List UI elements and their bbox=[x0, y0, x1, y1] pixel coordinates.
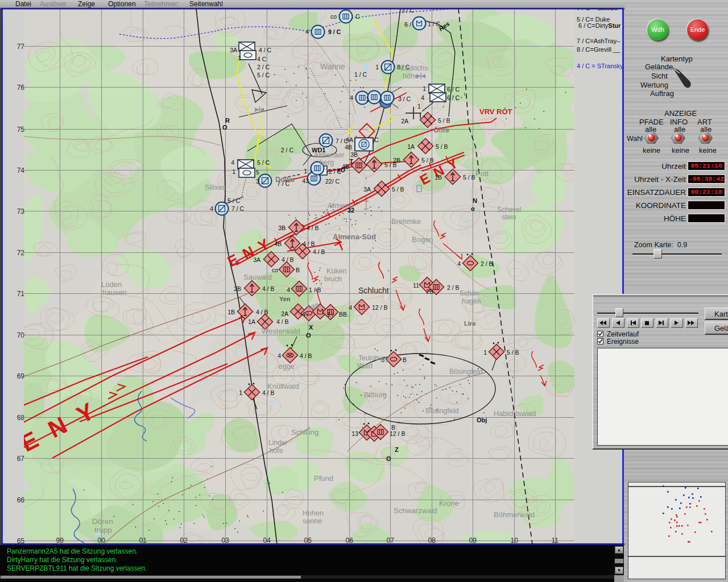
svg-text:Habichtswald: Habichtswald bbox=[494, 410, 536, 418]
svg-text:6 / C: 6 / C bbox=[447, 86, 460, 93]
svg-text:72: 72 bbox=[17, 249, 25, 257]
svg-text:5 / C: 5 / C bbox=[257, 159, 270, 166]
svg-text:05: 05 bbox=[304, 537, 312, 544]
svg-text:4 / B: 4 / B bbox=[300, 352, 312, 359]
svg-text:5: 5 bbox=[256, 169, 259, 176]
svg-text:Hohen: Hohen bbox=[303, 509, 324, 517]
svg-text:hausen: hausen bbox=[102, 288, 127, 297]
svg-text:Bogen: Bogen bbox=[412, 235, 433, 244]
svg-text:Lira: Lira bbox=[464, 320, 476, 327]
svg-text:1: 1 bbox=[483, 349, 487, 356]
svg-text:R: R bbox=[225, 117, 230, 124]
svg-text:4 / B: 4 / B bbox=[303, 240, 315, 247]
svg-text:3 / C: 3 / C bbox=[398, 95, 411, 102]
svg-text:4 / B: 4 / B bbox=[276, 318, 289, 325]
svg-text:Bitburg: Bitburg bbox=[364, 391, 387, 399]
svg-text:5 / B: 5 / B bbox=[421, 157, 434, 164]
svg-text:B: B bbox=[296, 267, 300, 273]
svg-text:5 / B: 5 / B bbox=[463, 174, 475, 181]
svg-text:Dören: Dören bbox=[92, 517, 113, 526]
svg-text:4 / B: 4 / B bbox=[256, 309, 268, 315]
svg-text:Küken: Küken bbox=[326, 267, 346, 275]
svg-text:Wald: Wald bbox=[357, 362, 373, 370]
svg-text:1A: 1A bbox=[248, 318, 255, 325]
svg-text:Krone: Krone bbox=[439, 499, 459, 508]
svg-text:Böhmerwald: Böhmerwald bbox=[494, 510, 535, 519]
svg-text:10: 10 bbox=[511, 537, 519, 544]
svg-text:T: T bbox=[350, 158, 354, 165]
svg-text:Wanne: Wanne bbox=[320, 62, 345, 71]
svg-text:4 / B: 4 / B bbox=[262, 285, 275, 292]
svg-text:co: co bbox=[330, 13, 337, 20]
svg-text:WD1: WD1 bbox=[312, 147, 325, 153]
svg-text:hofe: hofe bbox=[270, 447, 283, 455]
svg-text:5 / B: 5 / B bbox=[384, 161, 397, 168]
svg-text:66: 66 bbox=[17, 496, 25, 504]
svg-text:B: B bbox=[391, 424, 395, 431]
svg-text:Teutoburg: Teutoburg bbox=[358, 354, 388, 362]
svg-text:11: 11 bbox=[552, 537, 559, 544]
svg-text:4: 4 bbox=[421, 94, 424, 101]
svg-text:1 / C: 1 / C bbox=[354, 71, 367, 78]
svg-text:xO: xO bbox=[337, 167, 345, 173]
svg-text:1: 1 bbox=[375, 64, 379, 70]
svg-text:O: O bbox=[386, 455, 391, 462]
svg-text:3A: 3A bbox=[253, 256, 260, 263]
svg-text:1B: 1B bbox=[435, 174, 442, 181]
svg-text:1: 1 bbox=[239, 389, 242, 396]
svg-text:69: 69 bbox=[17, 372, 25, 380]
svg-text:4: 4 bbox=[210, 205, 213, 212]
svg-text:o: o bbox=[471, 205, 475, 212]
svg-text:egge: egge bbox=[279, 363, 295, 371]
svg-text:Schlucht: Schlucht bbox=[358, 286, 389, 295]
svg-text:4 C: 4 C bbox=[257, 56, 267, 63]
svg-text:Pott: Pott bbox=[475, 169, 489, 178]
svg-text:2B: 2B bbox=[234, 285, 241, 292]
svg-text:4: 4 bbox=[231, 159, 234, 166]
svg-text:2B: 2B bbox=[426, 288, 433, 295]
svg-text:6 /: 6 / bbox=[404, 21, 411, 28]
svg-text:4: 4 bbox=[287, 286, 290, 293]
svg-text:07: 07 bbox=[387, 537, 395, 544]
svg-text:1: 1 bbox=[423, 85, 426, 92]
svg-text:11: 11 bbox=[413, 282, 419, 289]
svg-text:4 / B: 4 / B bbox=[307, 225, 319, 231]
svg-text:Cedrichs: Cedrichs bbox=[400, 64, 428, 72]
svg-text:3A: 3A bbox=[363, 186, 371, 193]
svg-text:1A: 1A bbox=[407, 143, 415, 150]
svg-text:76: 76 bbox=[17, 84, 25, 92]
svg-text:99: 99 bbox=[56, 537, 64, 544]
svg-text:5 / C: 5 / C bbox=[257, 72, 270, 78]
svg-text:1: 1 bbox=[304, 168, 307, 174]
svg-text:höhe: höhe bbox=[403, 72, 419, 80]
svg-text:5 / B: 5 / B bbox=[392, 186, 404, 193]
svg-text:3B: 3B bbox=[278, 225, 286, 231]
svg-text:32: 32 bbox=[348, 207, 354, 214]
svg-text:4 / B: 4 / B bbox=[313, 248, 325, 255]
svg-text:4 /: 4 / bbox=[302, 311, 309, 318]
svg-text:Schön: Schön bbox=[460, 289, 479, 297]
svg-text:43: 43 bbox=[302, 177, 309, 184]
svg-text:O: O bbox=[306, 332, 311, 339]
svg-text:2 / B: 2 / B bbox=[447, 284, 460, 291]
svg-text:berg: berg bbox=[320, 159, 334, 167]
svg-text:4: 4 bbox=[457, 260, 461, 267]
svg-text:Silixen: Silixen bbox=[205, 183, 226, 192]
svg-text:5 / C: 5 / C bbox=[228, 197, 241, 204]
svg-text:03: 03 bbox=[222, 537, 230, 544]
svg-text:O: O bbox=[222, 124, 228, 131]
svg-text:Schevel: Schevel bbox=[497, 206, 522, 214]
svg-text:7 / C: 7 / C bbox=[231, 205, 245, 212]
svg-text:BB.: BB. bbox=[339, 311, 349, 318]
svg-text:00: 00 bbox=[98, 537, 106, 544]
svg-text:73: 73 bbox=[17, 207, 25, 215]
svg-text:Bösingfeld: Bösingfeld bbox=[425, 407, 458, 415]
svg-text:stein: stein bbox=[502, 213, 516, 221]
svg-text:6 / C: 6 / C bbox=[447, 94, 460, 101]
svg-text:4 / B: 4 / B bbox=[282, 256, 294, 263]
svg-text:VRV ROT: VRV ROT bbox=[479, 107, 512, 116]
svg-text:2 / C: 2 / C bbox=[281, 147, 294, 153]
svg-text:04: 04 bbox=[263, 537, 271, 544]
svg-text:68: 68 bbox=[17, 414, 25, 422]
svg-text:C: C bbox=[374, 136, 379, 143]
